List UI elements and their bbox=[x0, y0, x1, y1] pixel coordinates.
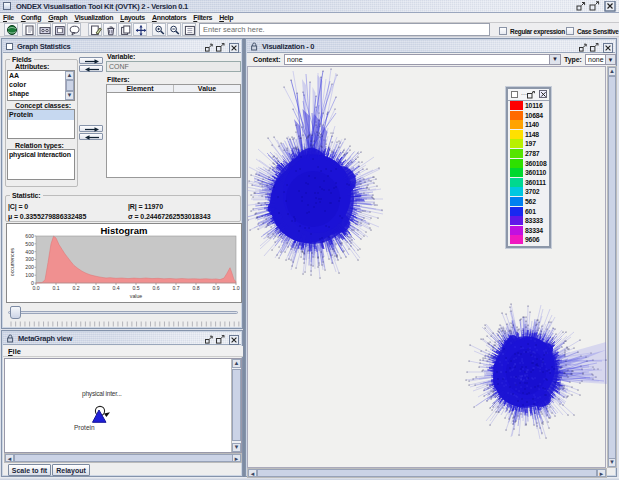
svg-text:1.0: 1.0 bbox=[232, 285, 239, 291]
svg-text:0.7: 0.7 bbox=[172, 285, 179, 291]
svg-text:0.2: 0.2 bbox=[72, 285, 79, 291]
svg-text:0.4: 0.4 bbox=[112, 285, 119, 291]
svg-text:0.1: 0.1 bbox=[52, 285, 59, 291]
svg-text:200: 200 bbox=[25, 264, 34, 270]
svg-text:400: 400 bbox=[25, 249, 34, 255]
svg-text:occurrences: occurrences bbox=[9, 247, 15, 276]
svg-text:100: 100 bbox=[25, 272, 34, 278]
svg-text:0.8: 0.8 bbox=[192, 285, 199, 291]
svg-text:Histogram: Histogram bbox=[101, 225, 148, 236]
svg-text:600: 600 bbox=[25, 233, 34, 239]
svg-text:0.3: 0.3 bbox=[92, 285, 99, 291]
svg-text:500: 500 bbox=[25, 241, 34, 247]
svg-text:300: 300 bbox=[25, 256, 34, 262]
svg-text:0.5: 0.5 bbox=[132, 285, 139, 291]
svg-text:0.6: 0.6 bbox=[152, 285, 159, 291]
svg-text:0.0: 0.0 bbox=[32, 285, 39, 291]
svg-text:value: value bbox=[130, 293, 143, 299]
svg-text:0.9: 0.9 bbox=[212, 285, 219, 291]
